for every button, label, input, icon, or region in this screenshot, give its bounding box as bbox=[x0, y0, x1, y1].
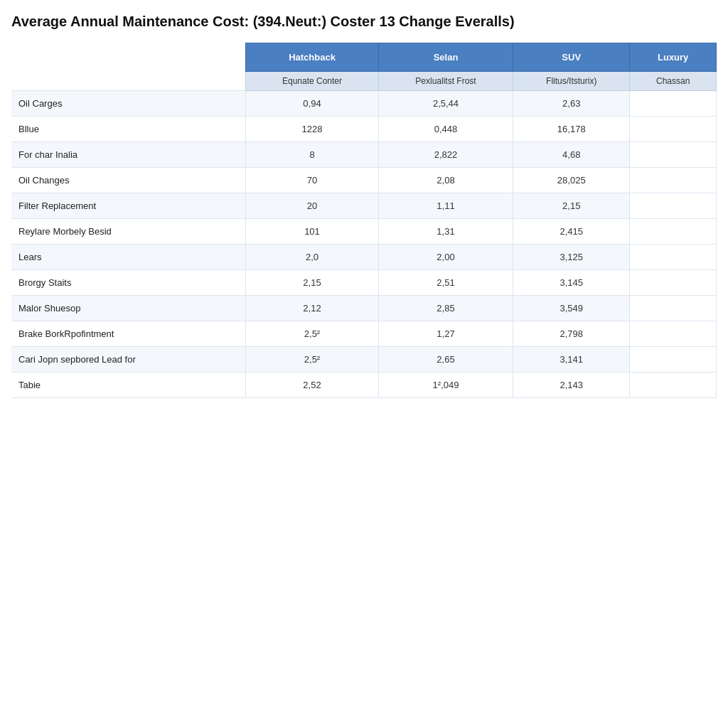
cell-luxury bbox=[630, 347, 717, 373]
cell-luxury bbox=[630, 270, 717, 296]
cell-suv: 3,141 bbox=[513, 347, 630, 373]
cell-sedan: 2,00 bbox=[378, 245, 513, 270]
cell-sedan: 2,65 bbox=[378, 347, 513, 373]
row-label: Brorgy Staits bbox=[11, 270, 246, 296]
subheader-sedan: Pexlualitst Frost bbox=[378, 72, 513, 91]
column-headers-row: Hatchback Selan SUV Luxury bbox=[11, 43, 717, 72]
cell-suv: 3,549 bbox=[513, 296, 630, 321]
cell-luxury bbox=[630, 373, 717, 398]
row-label: Reylare Morbely Besid bbox=[11, 219, 246, 245]
row-label: Filter Replacement bbox=[11, 193, 246, 219]
cell-suv: 16,178 bbox=[513, 117, 630, 142]
maintenance-cost-table: Hatchback Selan SUV Luxury Equnate Conte… bbox=[11, 43, 717, 398]
cell-hatchback: 2,52 bbox=[246, 373, 379, 398]
header-suv: SUV bbox=[513, 43, 630, 72]
cell-luxury bbox=[630, 219, 717, 245]
row-label: For char Inalia bbox=[11, 142, 246, 168]
header-sedan: Selan bbox=[378, 43, 513, 72]
cell-suv: 2,415 bbox=[513, 219, 630, 245]
cell-hatchback: 70 bbox=[246, 168, 379, 193]
cell-luxury bbox=[630, 193, 717, 219]
cell-hatchback: 2,5² bbox=[246, 321, 379, 347]
row-label: Oil Changes bbox=[11, 168, 246, 193]
subheader-hatchback: Equnate Conter bbox=[246, 72, 379, 91]
table-row: Lears2,02,003,125 bbox=[11, 245, 717, 270]
cell-luxury bbox=[630, 117, 717, 142]
subheader-luxury: Chassan bbox=[630, 72, 717, 91]
cell-sedan: 1²,049 bbox=[378, 373, 513, 398]
cell-suv: 28,025 bbox=[513, 168, 630, 193]
cell-suv: 2,15 bbox=[513, 193, 630, 219]
cell-hatchback: 0,94 bbox=[246, 91, 379, 117]
cell-hatchback: 2,12 bbox=[246, 296, 379, 321]
cell-hatchback: 2,0 bbox=[246, 245, 379, 270]
row-label: Tabie bbox=[11, 373, 246, 398]
table-row: Oil Changes702,0828,025 bbox=[11, 168, 717, 193]
cell-suv: 2,798 bbox=[513, 321, 630, 347]
cell-hatchback: 20 bbox=[246, 193, 379, 219]
cell-sedan: 0,448 bbox=[378, 117, 513, 142]
table-row: For char Inalia82,8224,68 bbox=[11, 142, 717, 168]
table-row: Filter Replacement201,112,15 bbox=[11, 193, 717, 219]
cell-luxury bbox=[630, 296, 717, 321]
table-row: Brorgy Staits2,152,513,145 bbox=[11, 270, 717, 296]
table-row: Reylare Morbely Besid1011,312,415 bbox=[11, 219, 717, 245]
cell-sedan: 1,31 bbox=[378, 219, 513, 245]
table-row: Cari Jopn sepbored Lead for2,5²2,653,141 bbox=[11, 347, 717, 373]
table-wrapper: Hatchback Selan SUV Luxury Equnate Conte… bbox=[11, 43, 717, 398]
table-row: Tabie2,521²,0492,143 bbox=[11, 373, 717, 398]
cell-suv: 3,145 bbox=[513, 270, 630, 296]
cell-sedan: 2,08 bbox=[378, 168, 513, 193]
row-label: Oil Carges bbox=[11, 91, 246, 117]
cell-sedan: 2,822 bbox=[378, 142, 513, 168]
cell-sedan: 2,51 bbox=[378, 270, 513, 296]
row-label: Malor Shuesop bbox=[11, 296, 246, 321]
cell-hatchback: 2,5² bbox=[246, 347, 379, 373]
cell-suv: 4,68 bbox=[513, 142, 630, 168]
table-row: Bllue12280,44816,178 bbox=[11, 117, 717, 142]
cell-suv: 2,143 bbox=[513, 373, 630, 398]
cell-hatchback: 2,15 bbox=[246, 270, 379, 296]
page-title: Average Annual Maintenance Cost: (394.Ne… bbox=[11, 11, 717, 31]
header-hatchback: Hatchback bbox=[246, 43, 379, 72]
cell-sedan: 2,5,44 bbox=[378, 91, 513, 117]
cell-sedan: 1,11 bbox=[378, 193, 513, 219]
table-row: Malor Shuesop2,122,853,549 bbox=[11, 296, 717, 321]
header-luxury: Luxury bbox=[630, 43, 717, 72]
row-label: Cari Jopn sepbored Lead for bbox=[11, 347, 246, 373]
cell-sedan: 1,27 bbox=[378, 321, 513, 347]
empty-header bbox=[11, 43, 246, 72]
column-subheaders-row: Equnate Conter Pexlualitst Frost Flitus/… bbox=[11, 72, 717, 91]
row-label: Bllue bbox=[11, 117, 246, 142]
cell-luxury bbox=[630, 91, 717, 117]
cell-sedan: 2,85 bbox=[378, 296, 513, 321]
empty-subheader bbox=[11, 72, 246, 91]
table-row: Oil Carges0,942,5,442,63 bbox=[11, 91, 717, 117]
cell-suv: 3,125 bbox=[513, 245, 630, 270]
cell-luxury bbox=[630, 245, 717, 270]
cell-luxury bbox=[630, 321, 717, 347]
table-body: Oil Carges0,942,5,442,63Bllue12280,44816… bbox=[11, 91, 717, 398]
cell-hatchback: 8 bbox=[246, 142, 379, 168]
cell-suv: 2,63 bbox=[513, 91, 630, 117]
cell-luxury bbox=[630, 168, 717, 193]
row-label: Brake BorkRpofintment bbox=[11, 321, 246, 347]
cell-luxury bbox=[630, 142, 717, 168]
row-label: Lears bbox=[11, 245, 246, 270]
table-row: Brake BorkRpofintment2,5²1,272,798 bbox=[11, 321, 717, 347]
subheader-suv: Flitus/Itsturix) bbox=[513, 72, 630, 91]
cell-hatchback: 101 bbox=[246, 219, 379, 245]
cell-hatchback: 1228 bbox=[246, 117, 379, 142]
